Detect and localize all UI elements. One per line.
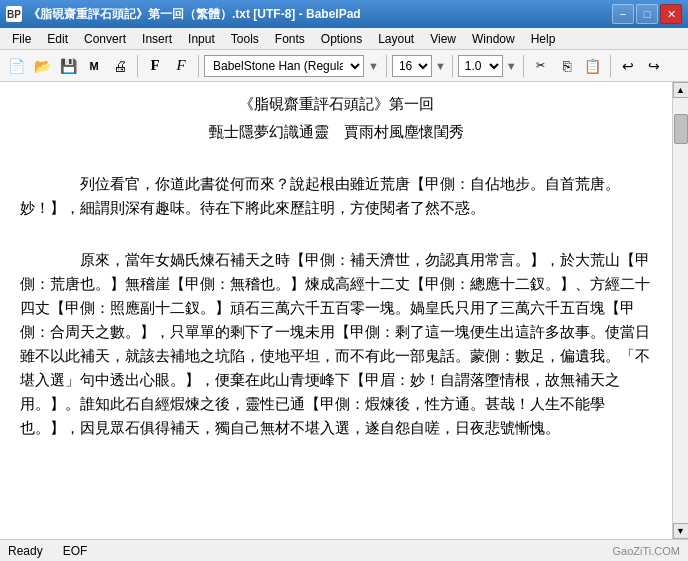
line-spacing-selector[interactable]: 1.0: [458, 55, 503, 77]
menu-insert[interactable]: Insert: [134, 30, 180, 48]
copy-button[interactable]: ⎘: [555, 54, 579, 78]
title-bar-left: BP 《脂硯齋重評石頭記》第一回（繁體）.txt [UTF-8] - Babel…: [6, 6, 361, 23]
font-italic-F[interactable]: F: [169, 54, 193, 78]
status-left: Ready EOF: [8, 544, 87, 558]
status-ready: Ready: [8, 544, 43, 558]
title-bar: BP 《脂硯齋重評石頭記》第一回（繁體）.txt [UTF-8] - Babel…: [0, 0, 688, 28]
save-button[interactable]: 💾: [56, 54, 80, 78]
toolbar-separator-6: [610, 55, 611, 77]
undo-button[interactable]: ↩: [616, 54, 640, 78]
menu-fonts[interactable]: Fonts: [267, 30, 313, 48]
title-bar-controls[interactable]: − □ ✕: [612, 4, 682, 24]
menu-edit[interactable]: Edit: [39, 30, 76, 48]
toolbar-separator-5: [523, 55, 524, 77]
menu-convert[interactable]: Convert: [76, 30, 134, 48]
maximize-button[interactable]: □: [636, 4, 658, 24]
status-eof: EOF: [63, 544, 88, 558]
font-size-selector[interactable]: 16: [392, 55, 432, 77]
menu-layout[interactable]: Layout: [370, 30, 422, 48]
menu-help[interactable]: Help: [523, 30, 564, 48]
vertical-scrollbar[interactable]: ▲ ▼: [672, 82, 688, 539]
window-title: 《脂硯齋重評石頭記》第一回（繁體）.txt [UTF-8] - BabelPad: [28, 6, 361, 23]
text-title-2: 甄士隱夢幻識通靈 賈雨村風塵懷閨秀: [20, 120, 652, 144]
app-icon: BP: [6, 6, 22, 22]
toolbar-separator-2: [198, 55, 199, 77]
spacing-dropdown-arrow: ▼: [505, 60, 518, 72]
scroll-up-button[interactable]: ▲: [673, 82, 689, 98]
menu-file[interactable]: File: [4, 30, 39, 48]
save-all-button[interactable]: M: [82, 54, 106, 78]
size-dropdown-arrow: ▼: [434, 60, 447, 72]
text-paragraph-1: 列位看官，你道此書從何而來？說起根由雖近荒唐【甲側：自佔地步。自首荒唐。妙！】，…: [20, 172, 652, 220]
text-paragraph-2: 原來，當年女媧氏煉石補天之時【甲側：補天濟世，勿認真用常言。】，於大荒山【甲側：…: [20, 248, 652, 440]
toolbar-separator-3: [386, 55, 387, 77]
font-dropdown-arrow: ▼: [366, 60, 381, 72]
text-title-1: 《脂硯齋重評石頭記》第一回: [20, 92, 652, 116]
close-button[interactable]: ✕: [660, 4, 682, 24]
status-bar: Ready EOF GaoZiTi.COM: [0, 539, 688, 561]
new-button[interactable]: 📄: [4, 54, 28, 78]
open-button[interactable]: 📂: [30, 54, 54, 78]
menu-input[interactable]: Input: [180, 30, 223, 48]
redo-button[interactable]: ↪: [642, 54, 666, 78]
menu-tools[interactable]: Tools: [223, 30, 267, 48]
menu-view[interactable]: View: [422, 30, 464, 48]
menu-options[interactable]: Options: [313, 30, 370, 48]
editor-container: 《脂硯齋重評石頭記》第一回 甄士隱夢幻識通靈 賈雨村風塵懷閨秀 列位看官，你道此…: [0, 82, 688, 539]
watermark: GaoZiTi.COM: [613, 545, 680, 557]
scroll-down-button[interactable]: ▼: [673, 523, 689, 539]
scroll-thumb[interactable]: [674, 114, 688, 144]
editor-content[interactable]: 《脂硯齋重評石頭記》第一回 甄士隱夢幻識通靈 賈雨村風塵懷閨秀 列位看官，你道此…: [0, 82, 672, 539]
toolbar-separator-4: [452, 55, 453, 77]
menu-bar: File Edit Convert Insert Input Tools Fon…: [0, 28, 688, 50]
print-button[interactable]: 🖨: [108, 54, 132, 78]
font-selector[interactable]: BabelStone Han (Regular): [204, 55, 364, 77]
toolbar-separator-1: [137, 55, 138, 77]
toolbar: 📄 📂 💾 M 🖨 F F BabelStone Han (Regular) ▼…: [0, 50, 688, 82]
cut-button[interactable]: ✂: [529, 54, 553, 78]
paste-button[interactable]: 📋: [581, 54, 605, 78]
minimize-button[interactable]: −: [612, 4, 634, 24]
menu-window[interactable]: Window: [464, 30, 523, 48]
font-bold-F[interactable]: F: [143, 54, 167, 78]
